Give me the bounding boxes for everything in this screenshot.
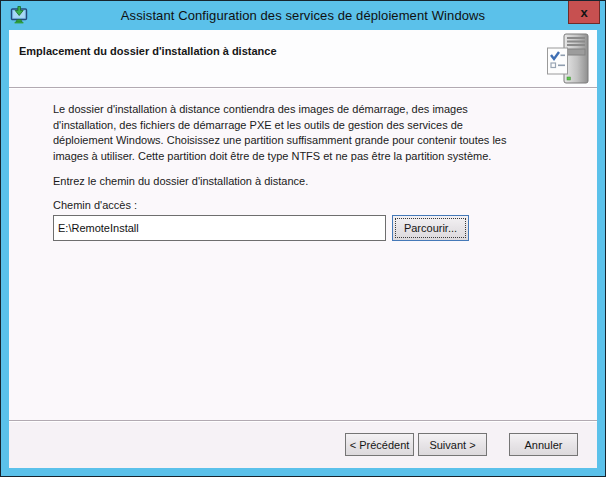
wizard-dialog: Assistant Configuration des services de …	[0, 0, 606, 477]
path-field-row: Parcourir...	[53, 215, 597, 241]
close-icon: x	[580, 6, 587, 19]
page-body: Le dossier d'installation à distance con…	[9, 89, 597, 420]
path-input[interactable]	[53, 215, 386, 241]
instruction-text: Entrez le chemin du dossier d'installati…	[53, 175, 597, 187]
wizard-footer: < Précédent Suivant > Annuler	[9, 420, 597, 468]
page-title: Emplacement du dossier d'installation à …	[9, 30, 597, 57]
wizard-header: Emplacement du dossier d'installation à …	[9, 30, 597, 87]
wizard-content: Emplacement du dossier d'installation à …	[9, 30, 597, 468]
window-title: Assistant Configuration des services de …	[121, 8, 485, 23]
close-button[interactable]: x	[568, 1, 600, 24]
path-label: Chemin d'accès :	[53, 199, 597, 211]
browse-button[interactable]: Parcourir...	[392, 215, 469, 241]
cancel-button[interactable]: Annuler	[509, 433, 578, 456]
next-button[interactable]: Suivant >	[418, 433, 487, 456]
wds-deployment-monitor-icon	[10, 6, 28, 24]
titlebar: Assistant Configuration des services de …	[1, 1, 605, 30]
description-text: Le dossier d'installation à distance con…	[53, 102, 513, 164]
server-checklist-icon	[541, 32, 593, 86]
back-button[interactable]: < Précédent	[345, 433, 414, 456]
